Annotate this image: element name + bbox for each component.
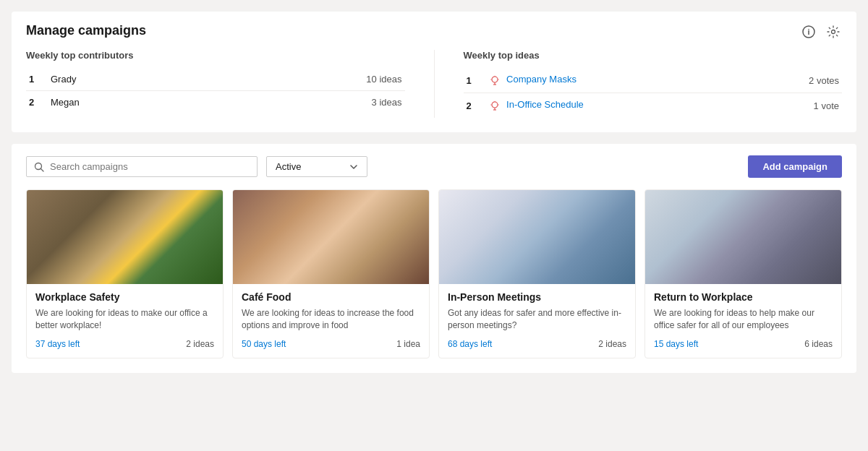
idea-icon xyxy=(488,74,501,87)
contributors-table: 1 Grady 10 ideas 2 Megan 3 ideas xyxy=(26,68,405,113)
search-box[interactable] xyxy=(26,156,258,177)
campaign-footer-in-person-meetings: 68 days left 2 ideas xyxy=(448,339,626,349)
table-row: 1 Grady 10 ideas xyxy=(26,68,405,91)
search-input[interactable] xyxy=(50,161,250,172)
search-icon xyxy=(34,162,44,172)
filter-label: Active xyxy=(276,161,301,172)
header-icons: i xyxy=(800,23,842,40)
days-left-cafe-food: 50 days left xyxy=(242,339,286,349)
campaign-footer-workplace-safety: 37 days left 2 ideas xyxy=(35,339,214,349)
add-campaign-button[interactable]: Add campaign xyxy=(748,155,842,178)
campaigns-grid: Workplace Safety We are looking for idea… xyxy=(26,189,842,358)
campaign-footer-cafe-food: 50 days left 1 idea xyxy=(242,339,420,349)
rank-cell: 1 xyxy=(26,68,48,91)
campaign-title-return-to-workplace: Return to Workplace xyxy=(654,291,833,303)
info-button[interactable]: i xyxy=(800,23,817,40)
campaign-image-cafe-food xyxy=(233,190,429,284)
weekly-ideas-section: Weekly top ideas 1 Company Masks 2 votes… xyxy=(464,50,843,118)
header-section: Manage campaigns i Weekly top contributo… xyxy=(12,12,856,132)
idea-icon xyxy=(488,99,501,112)
campaign-footer-return-to-workplace: 15 days left 6 ideas xyxy=(654,339,833,349)
chevron-down-icon xyxy=(349,163,358,171)
stat-separator xyxy=(434,50,435,118)
campaign-body-in-person-meetings: In-Person Meetings Got any ideas for saf… xyxy=(439,284,635,358)
svg-point-10 xyxy=(492,102,498,108)
ideas-count-in-person-meetings: 2 ideas xyxy=(598,339,626,349)
campaign-desc-in-person-meetings: Got any ideas for safer and more effecti… xyxy=(448,307,626,332)
days-left-return-to-workplace: 15 days left xyxy=(654,339,698,349)
ideas-count-workplace-safety: 2 ideas xyxy=(186,339,214,349)
contributors-title: Weekly top contributors xyxy=(26,50,405,61)
campaign-body-workplace-safety: Workplace Safety We are looking for idea… xyxy=(27,284,223,358)
contributor-value: 10 ideas xyxy=(210,68,405,91)
svg-text:i: i xyxy=(807,27,809,36)
svg-point-2 xyxy=(832,30,835,34)
campaign-card-workplace-safety[interactable]: Workplace Safety We are looking for idea… xyxy=(26,189,224,358)
campaign-desc-return-to-workplace: We are looking for ideas to help make ou… xyxy=(654,307,833,332)
bottom-section: Active Add campaign Workplace Safety We … xyxy=(12,144,856,373)
campaign-card-cafe-food[interactable]: Café Food We are looking for ideas to in… xyxy=(232,189,430,358)
contributor-name[interactable]: Megan xyxy=(48,91,210,114)
campaign-card-in-person-meetings[interactable]: In-Person Meetings Got any ideas for saf… xyxy=(438,189,636,358)
page-title: Manage campaigns xyxy=(26,23,842,38)
idea-name[interactable]: In-Office Schedule xyxy=(485,93,749,119)
contributor-value: 3 ideas xyxy=(210,91,405,114)
page-container: Manage campaigns i Weekly top contributo… xyxy=(0,0,868,451)
table-row: 2 In-Office Schedule 1 vote xyxy=(464,93,843,119)
ideas-title: Weekly top ideas xyxy=(464,50,843,61)
rank-cell: 2 xyxy=(26,91,48,114)
campaign-card-return-to-workplace[interactable]: Return to Workplace We are looking for i… xyxy=(644,189,842,358)
ideas-table: 1 Company Masks 2 votes 2 In-Office Sche… xyxy=(464,68,843,118)
contributor-name[interactable]: Grady xyxy=(48,68,210,91)
weekly-contributors-section: Weekly top contributors 1 Grady 10 ideas… xyxy=(26,50,405,118)
campaign-body-cafe-food: Café Food We are looking for ideas to in… xyxy=(233,284,429,358)
stats-container: Weekly top contributors 1 Grady 10 ideas… xyxy=(26,50,842,118)
rank-cell: 2 xyxy=(464,93,485,119)
ideas-count-return-to-workplace: 6 ideas xyxy=(804,339,833,349)
idea-votes: 1 vote xyxy=(749,93,843,119)
svg-line-18 xyxy=(41,168,44,171)
settings-button[interactable] xyxy=(825,23,842,40)
campaign-title-in-person-meetings: In-Person Meetings xyxy=(448,291,626,303)
campaign-image-return-to-workplace xyxy=(645,190,841,284)
rank-cell: 1 xyxy=(464,68,485,93)
idea-votes: 2 votes xyxy=(749,68,843,93)
ideas-count-cafe-food: 1 idea xyxy=(396,339,420,349)
table-row: 2 Megan 3 ideas xyxy=(26,91,405,114)
campaign-desc-cafe-food: We are looking for ideas to increase the… xyxy=(242,307,420,332)
filter-dropdown[interactable]: Active xyxy=(266,156,367,177)
campaign-image-in-person-meetings xyxy=(439,190,635,284)
campaign-desc-workplace-safety: We are looking for ideas to make our off… xyxy=(35,307,214,332)
days-left-in-person-meetings: 68 days left xyxy=(448,339,492,349)
svg-point-3 xyxy=(492,77,498,82)
campaign-image-workplace-safety xyxy=(27,190,223,284)
campaign-title-workplace-safety: Workplace Safety xyxy=(35,291,214,303)
table-row: 1 Company Masks 2 votes xyxy=(464,68,843,93)
days-left-workplace-safety: 37 days left xyxy=(35,339,80,349)
idea-name[interactable]: Company Masks xyxy=(485,68,749,93)
campaign-title-cafe-food: Café Food xyxy=(242,291,420,303)
campaign-body-return-to-workplace: Return to Workplace We are looking for i… xyxy=(645,284,841,358)
toolbar: Active Add campaign xyxy=(26,155,842,178)
